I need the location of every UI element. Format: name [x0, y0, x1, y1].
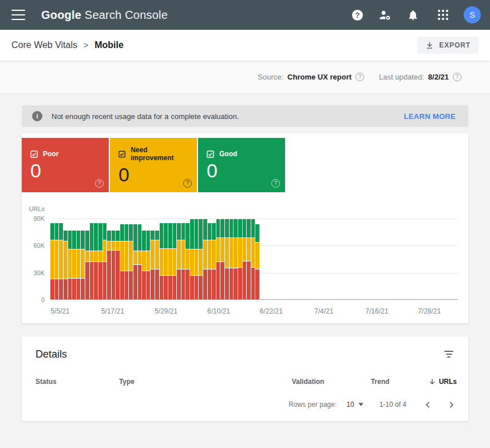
bar-segment-poor: [107, 251, 111, 299]
column-header-urls[interactable]: URLs: [428, 378, 457, 386]
bar-segment-need-improvement: [181, 240, 185, 269]
summary-card-value: 0: [118, 165, 188, 184]
stacked-bar: [112, 218, 116, 299]
previous-page-button[interactable]: [422, 399, 433, 410]
bar-segment-good: [107, 231, 111, 241]
apps-grid-icon[interactable]: [438, 10, 448, 20]
bar-segment-poor: [112, 251, 116, 299]
bar-segment-need-improvement: [98, 251, 102, 262]
stacked-bar: [160, 218, 164, 299]
bar-segment-good: [220, 219, 224, 238]
bar-segment-need-improvement: [77, 249, 81, 278]
next-page-button[interactable]: [446, 399, 457, 410]
bar-segment-need-improvement: [238, 238, 242, 268]
rows-per-page-select[interactable]: 10: [346, 401, 363, 409]
summary-card-help-icon[interactable]: ?: [95, 179, 104, 188]
hamburger-menu-icon[interactable]: [11, 10, 25, 20]
stacked-bar: [64, 218, 68, 299]
column-header-type[interactable]: Type: [119, 378, 292, 386]
stacked-bar: [90, 218, 94, 299]
stacked-bar: [225, 218, 229, 299]
bar-segment-poor: [164, 276, 168, 299]
summary-card-help-icon[interactable]: ?: [271, 179, 280, 188]
bar-segment-need-improvement: [216, 238, 220, 263]
bar-segment-poor: [59, 279, 63, 299]
stacked-bar: [173, 218, 177, 299]
stacked-bar: [147, 218, 151, 299]
bar-segment-good: [125, 224, 129, 241]
filter-list-icon[interactable]: [443, 348, 455, 360]
bar-segment-good: [225, 219, 229, 238]
x-tick-label: 5/29/21: [155, 307, 177, 315]
avatar[interactable]: S: [464, 6, 481, 23]
arrow-down-icon: [428, 378, 436, 386]
bar-segment-need-improvement: [243, 238, 247, 261]
notifications-bell-icon[interactable]: [407, 9, 419, 21]
bar-segment-good: [133, 224, 137, 251]
bar-segment-need-improvement: [199, 249, 203, 276]
bar-segment-need-improvement: [90, 251, 94, 262]
user-settings-icon[interactable]: [378, 9, 392, 22]
bar-segment-good: [177, 223, 181, 240]
checked-checkbox-icon: [118, 150, 125, 158]
app-title: Google Search Console: [41, 9, 168, 22]
last-updated-help-icon[interactable]: ?: [453, 73, 461, 81]
bar-segment-good: [203, 219, 207, 241]
stacked-bar: [164, 218, 168, 299]
stacked-bar: [133, 218, 137, 299]
bar-segment-good: [151, 231, 155, 240]
stacked-bar: [220, 218, 224, 299]
bar-segment-good: [155, 231, 159, 240]
help-icon[interactable]: ?: [352, 10, 363, 21]
bar-segment-good: [55, 223, 59, 240]
stacked-bar: [238, 218, 242, 299]
stacked-bar: [72, 218, 76, 299]
learn-more-link[interactable]: LEARN MORE: [404, 112, 458, 121]
summary-card-help-icon[interactable]: ?: [183, 179, 192, 188]
summary-card-good[interactable]: Good0?: [198, 138, 285, 192]
bar-segment-poor: [190, 276, 194, 299]
stacked-bar: [107, 218, 111, 299]
stacked-bar: [68, 218, 72, 299]
bar-segment-need-improvement: [208, 240, 212, 269]
summary-card-poor[interactable]: Poor0?: [22, 138, 109, 192]
bar-segment-poor: [85, 262, 89, 299]
checked-checkbox-icon: [30, 150, 38, 158]
column-header-validation[interactable]: Validation: [292, 378, 371, 386]
column-header-status[interactable]: Status: [35, 378, 119, 386]
y-axis-title: URLs: [29, 205, 50, 212]
bar-segment-poor: [103, 262, 107, 299]
bar-segment-need-improvement: [160, 249, 164, 276]
bar-segment-poor: [168, 276, 172, 299]
stacked-bar: [94, 218, 98, 299]
bar-segment-good: [181, 223, 185, 240]
x-tick-label: 7/28/21: [418, 307, 441, 315]
source-label: Source:: [258, 73, 283, 81]
bar-segment-good: [68, 231, 72, 249]
stacked-bar: [216, 218, 220, 299]
report-meta-band: Source: Chrome UX report ? Last updated:…: [0, 61, 490, 94]
bar-segment-poor: [77, 279, 81, 299]
banner-message: Not enough recent usage data for a compl…: [52, 112, 395, 121]
bar-segment-good: [255, 224, 259, 243]
bar-segment-need-improvement: [125, 241, 129, 271]
source-value: Chrome UX report: [287, 73, 351, 81]
source-help-icon[interactable]: ?: [355, 73, 364, 81]
bar-segment-poor: [151, 269, 155, 299]
dropdown-caret-icon: [358, 403, 363, 406]
details-title: Details: [35, 348, 67, 360]
summary-card-need-improvement[interactable]: Need improvement0?: [110, 138, 197, 192]
stacked-bar: [103, 218, 107, 299]
column-header-trend[interactable]: Trend: [371, 378, 428, 386]
bar-segment-need-improvement: [185, 249, 189, 269]
breadcrumb-core-web-vitals[interactable]: Core Web Vitals: [11, 40, 77, 50]
summary-card-label: Good: [219, 150, 237, 158]
chevron-right-icon: [446, 399, 457, 410]
export-button[interactable]: EXPORT: [417, 37, 479, 54]
bar-segment-need-improvement: [94, 251, 98, 262]
bar-segment-need-improvement: [59, 240, 63, 279]
stacked-bar: [199, 218, 203, 299]
bar-segment-good: [216, 219, 220, 238]
stacked-bar: [230, 218, 234, 299]
summary-card-value: 0: [207, 161, 276, 180]
